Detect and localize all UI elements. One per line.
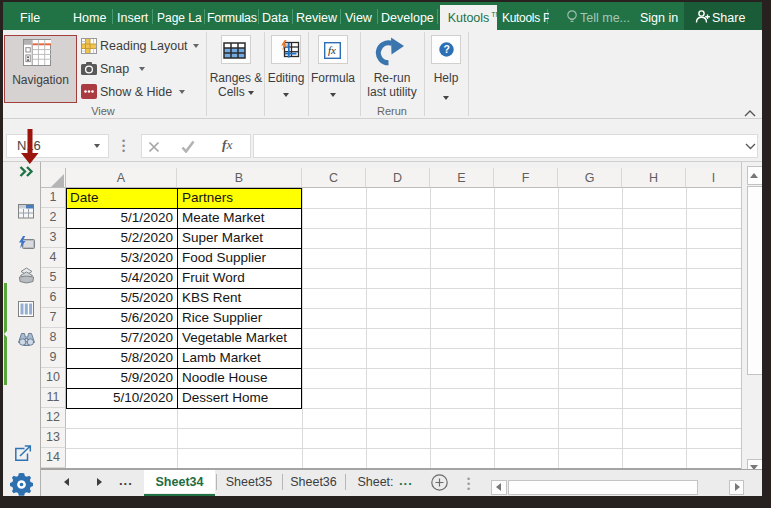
svg-text:fx: fx xyxy=(328,44,336,56)
svg-text:?: ? xyxy=(444,43,450,55)
